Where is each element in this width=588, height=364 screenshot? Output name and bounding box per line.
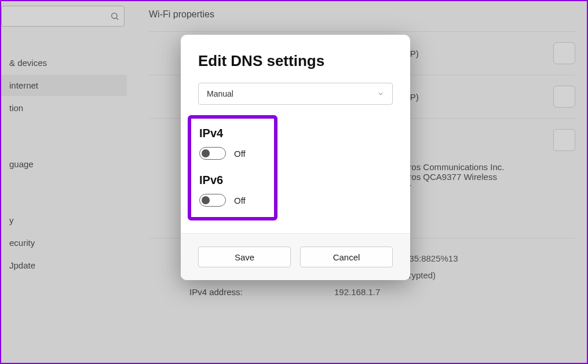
- sidebar-item-language[interactable]: guage: [1, 153, 127, 175]
- search-input[interactable]: [1, 6, 125, 27]
- ipv4-section: IPv4 Off: [199, 127, 266, 160]
- page-title: Wi-Fi properties: [149, 9, 575, 20]
- edit-dns-button[interactable]: [553, 86, 575, 108]
- sidebar-item-devices[interactable]: & devices: [1, 52, 127, 73]
- sidebar-item-accessibility[interactable]: y: [1, 209, 127, 231]
- svg-line-1: [116, 18, 118, 20]
- search-icon: [110, 12, 119, 21]
- svg-point-0: [112, 13, 117, 19]
- dns-mode-select[interactable]: Manual: [198, 83, 393, 105]
- ipv4-toggle[interactable]: [199, 147, 226, 160]
- ipv6-section: IPv6 Off: [199, 174, 266, 207]
- ipv6-state: Off: [234, 196, 246, 205]
- ipv4-state: Off: [234, 149, 246, 159]
- dialog-title: Edit DNS settings: [198, 52, 393, 70]
- ipv6-toggle[interactable]: [199, 194, 226, 207]
- adapter-line1: ): [404, 129, 504, 139]
- dns-mode-value: Manual: [207, 89, 233, 98]
- adapter-model1: eros QCA9377 Wireless: [404, 172, 504, 182]
- sidebar-item-update[interactable]: Jpdate: [1, 255, 127, 276]
- highlight-annotation: IPv4 Off IPv6 Off: [188, 115, 277, 220]
- adapter-model2: er: [404, 182, 504, 192]
- cancel-button[interactable]: Cancel: [300, 247, 393, 267]
- detail-value: 192.168.1.7: [334, 287, 380, 297]
- sidebar-item-personalization[interactable]: tion: [1, 97, 127, 119]
- adapter-manufacturer: eros Communications Inc.: [404, 162, 504, 172]
- ipv4-label: IPv4: [199, 127, 266, 140]
- sidebar-item-internet[interactable]: internet: [1, 75, 127, 96]
- edit-ip-button[interactable]: [553, 42, 575, 64]
- ipv6-label: IPv6: [199, 174, 266, 187]
- detail-label: IPv4 address:: [189, 287, 334, 297]
- copy-button[interactable]: [553, 129, 575, 151]
- dialog-footer: Save Cancel: [181, 233, 410, 280]
- save-button[interactable]: Save: [198, 247, 291, 267]
- sidebar-item-security[interactable]: ecurity: [1, 232, 127, 253]
- edit-dns-dialog: Edit DNS settings Manual IPv4 Off IPv6 O…: [181, 35, 410, 280]
- chevron-down-icon: [377, 90, 384, 97]
- detail-row: IPv4 address: 192.168.1.7: [149, 284, 575, 300]
- settings-sidebar: & devices internet tion guage y ecurity …: [1, 1, 132, 363]
